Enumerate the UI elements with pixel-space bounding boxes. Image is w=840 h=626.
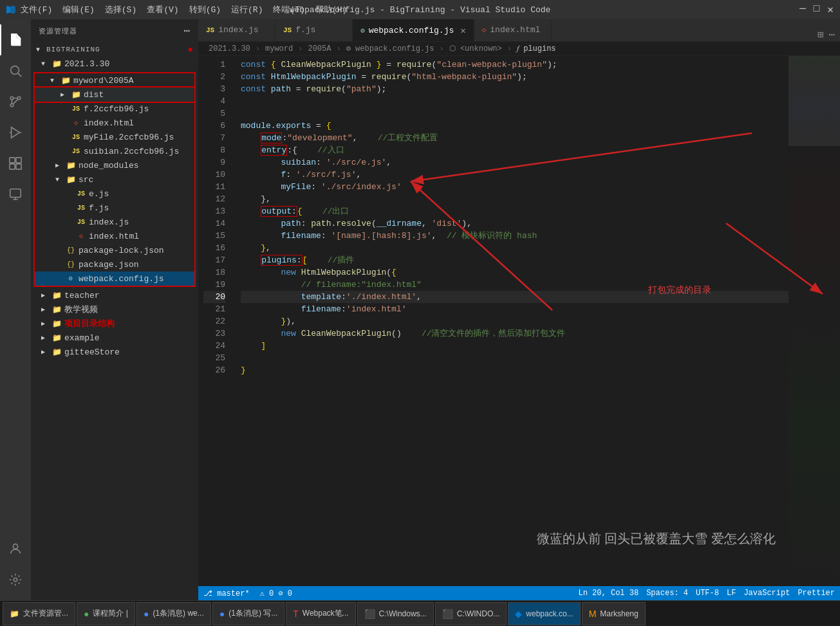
main-container: 资源管理器 ⋯ ▼ BIGTRAINING ● ▼ 📁 2021.3.30 ▼ [0, 19, 840, 600]
tab-fjs[interactable]: JS f.js [275, 19, 353, 41]
folder-icon-ex: 📁 [51, 333, 62, 343]
tree-item-example[interactable]: ▶ 📁 example [31, 331, 198, 345]
tree-item-myfile[interactable]: ▶ JS myFile.2ccfcb96.js [35, 130, 194, 144]
breadcrumb-part-5[interactable]: ⬡ <unknown> [449, 44, 502, 53]
taskbar-item-vscode[interactable]: ◆ webpack.co... [508, 602, 580, 625]
menu-select[interactable]: 选择(S) [105, 4, 136, 15]
window-controls[interactable]: ─ □ ✕ [799, 3, 834, 16]
tree-item-node-modules[interactable]: ▶ 📁 node_modules [35, 158, 194, 172]
tree-item-fjs[interactable]: ▶ JS f.js [35, 201, 194, 215]
label-jxsp: 教学视频 [64, 304, 98, 315]
close-button[interactable]: ✕ [827, 3, 834, 16]
tab-indexhtml[interactable]: ◇ index.html [474, 19, 552, 41]
tree-item-jxsp[interactable]: ▶ 📁 教学视频 [31, 302, 198, 317]
code-content[interactable]: const { CleanWebpackPlugin } = require("… [230, 56, 789, 586]
breadcrumb-part-1[interactable]: 2021.3.30 [209, 44, 250, 53]
activity-search[interactable] [0, 55, 31, 86]
label-f2cc: f.2ccfcb96.js [84, 104, 149, 114]
status-eol[interactable]: LF [727, 589, 736, 598]
menu-edit[interactable]: 编辑(E) [62, 4, 94, 15]
label-gittee: gitteeStore [64, 347, 120, 357]
tree-item-webpack[interactable]: ▶ ⚙ webpack.config.js [35, 272, 194, 286]
activity-remote[interactable] [0, 179, 31, 210]
tree-item-src[interactable]: ▼ 📁 src [35, 172, 194, 187]
tab-label-indexhtml: index.html [490, 25, 540, 35]
status-language[interactable]: JavaScript [743, 589, 790, 598]
taskbar-item-chrome1[interactable]: ● (1条消息) we... [136, 602, 211, 625]
taskbar-item-typora[interactable]: T Webpack笔... [286, 602, 355, 625]
taskbar-icon-vscode: ◆ [515, 609, 522, 619]
tree-item-indexjs[interactable]: ▶ JS index.js [35, 215, 194, 229]
arrow-jxsp: ▶ [41, 306, 51, 313]
tree-item-gittee[interactable]: ▶ 📁 gitteeStore [31, 345, 198, 359]
tree-item-pkglock[interactable]: ▶ {} package-lock.json [35, 243, 194, 257]
status-encoding[interactable]: UTF-8 [696, 589, 719, 598]
breadcrumb-part-2[interactable]: myword [265, 44, 293, 53]
tree-item-2021[interactable]: ▼ 📁 2021.3.30 [31, 57, 198, 71]
code-line-24: ] [241, 340, 789, 352]
taskbar-item-explorer[interactable]: 📁 文件资源管... [3, 602, 75, 625]
breadcrumb-part-4[interactable]: ⚙ webpack.config.js [346, 44, 434, 53]
tree-item-teacher[interactable]: ▶ 📁 teacher [31, 288, 198, 302]
label-myfile: myFile.2ccfcb96.js [84, 133, 174, 142]
label-node: node_modules [79, 161, 139, 170]
taskbar-item-chrome2[interactable]: ● (1条消息) 写... [212, 602, 285, 625]
root-label: BIGTRAINING [46, 46, 100, 53]
code-line-15: filename: '[name].[hash:8].js', // 模块标识符… [241, 230, 789, 242]
error-badge: ● [188, 44, 193, 55]
minimize-button[interactable]: ─ [799, 3, 806, 16]
activity-explorer[interactable] [0, 24, 31, 55]
tab-webpack[interactable]: ⚙ webpack.config.js ✕ [353, 19, 474, 41]
activity-git[interactable] [0, 86, 31, 117]
tree-item-myword[interactable]: ▼ 📁 myword\2005A [35, 73, 194, 87]
tree-item-suibian[interactable]: ▶ JS suibian.2ccfcb96.js [35, 144, 194, 158]
json-icon-pkglock: {} [66, 245, 76, 255]
breadcrumb-part-6[interactable]: 𝑓 plugins [517, 44, 556, 53]
taskbar-item-terminal1[interactable]: ⬛ C:\Windows... [357, 602, 434, 625]
code-editor[interactable]: 12345 678910 1112131415 1617181920 21222… [198, 56, 840, 586]
activity-debug[interactable] [0, 117, 31, 148]
activity-settings[interactable] [0, 564, 31, 595]
tree-item-f2cc[interactable]: ▶ JS f.2ccfcb96.js [35, 102, 194, 116]
tree-item-dist[interactable]: ▶ 📁 dist [35, 87, 194, 102]
menu-run[interactable]: 运行(R) [231, 4, 263, 15]
sidebar-menu-icon[interactable]: ⋯ [183, 24, 191, 37]
tree-root[interactable]: ▼ BIGTRAINING ● [31, 42, 198, 57]
taskbar: 📁 文件资源管... ● 课程简介 | ● (1条消息) we... ● (1条… [0, 600, 840, 626]
taskbar-item-terminal2[interactable]: ⬛ C:\WINDO... [435, 602, 507, 625]
breadcrumb-part-3[interactable]: 2005A [308, 44, 331, 53]
taskbar-item-course[interactable]: ● 课程简介 | [77, 602, 135, 625]
taskbar-item-marksheng[interactable]: M Marksheng [582, 602, 646, 625]
menu-goto[interactable]: 转到(G) [189, 4, 221, 15]
status-position[interactable]: Ln 20, Col 38 [579, 589, 639, 598]
more-tabs-icon[interactable]: ⋯ [828, 28, 835, 41]
svg-point-12 [13, 544, 17, 549]
tree-item-ejs[interactable]: ▶ JS e.js [35, 187, 194, 201]
status-spaces[interactable]: Spaces: 4 [646, 589, 688, 598]
code-line-25 [241, 352, 789, 364]
menu-view[interactable]: 查看(V) [147, 4, 178, 15]
tree-item-src-html[interactable]: ▶ ◇ index.html [35, 229, 194, 243]
folder-icon-jxsp: 📁 [51, 304, 62, 315]
tab-indexjs[interactable]: JS index.js [198, 19, 275, 41]
tree-item-xmmljg[interactable]: ▶ 📁 项目目录结构 [31, 317, 198, 331]
tree-item-pkg[interactable]: ▶ {} package.json [35, 257, 194, 272]
sidebar-content: ▼ BIGTRAINING ● ▼ 📁 2021.3.30 ▼ 📁 myword… [31, 42, 198, 600]
folder-icon-2021: 📁 [51, 59, 62, 69]
tree-item-index-html-1[interactable]: ▶ ◇ index.html [35, 116, 194, 130]
label-myword: myword\2005A [73, 76, 134, 86]
label-pkglock: package-lock.json [79, 246, 164, 255]
status-formatter[interactable]: Prettier [798, 589, 835, 598]
label-xmmljg: 项目目录结构 [64, 318, 115, 329]
minimap-slider[interactable] [789, 56, 840, 146]
menu-file[interactable]: 文件(F) [21, 4, 52, 15]
status-errors[interactable]: ⚠ 0 ⊘ 0 [260, 589, 292, 598]
tab-close-webpack[interactable]: ✕ [460, 25, 465, 36]
activity-extensions[interactable] [0, 148, 31, 179]
status-branch[interactable]: ⎇ master* [203, 589, 250, 598]
maximize-button[interactable]: □ [814, 3, 820, 16]
split-editor-icon[interactable]: ⊞ [817, 28, 824, 41]
code-line-14: path: path.resolve(__dirname, 'dist'), [241, 217, 789, 230]
activity-account[interactable] [0, 533, 31, 564]
arrow-dist: ▶ [61, 91, 71, 98]
